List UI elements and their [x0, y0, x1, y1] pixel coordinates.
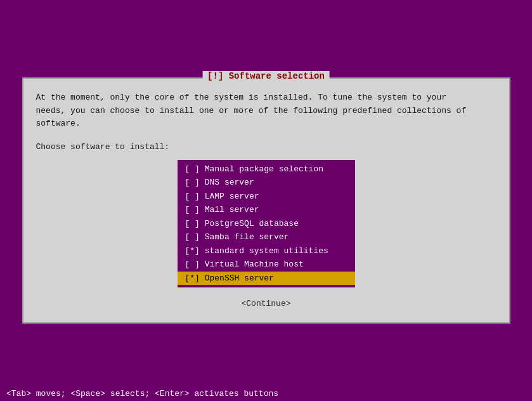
list-item-manual[interactable]: [ ] Manual package selection [178, 162, 355, 176]
list-item-mail[interactable]: [ ] Mail server [178, 203, 355, 217]
main-window: [!] Software selection At the moment, on… [0, 0, 532, 401]
dialog-title: [!] Software selection [202, 71, 330, 81]
continue-section: <Continue> [36, 298, 496, 310]
list-item-vmhost[interactable]: [ ] Virtual Machine host [178, 258, 355, 272]
list-item-standard[interactable]: [*] standard system utilities [178, 244, 355, 258]
list-item-samba[interactable]: [ ] Samba file server [178, 230, 355, 244]
list-item-lamp[interactable]: [ ] LAMP server [178, 190, 355, 204]
package-list-inner[interactable]: [ ] Manual package selection [ ] DNS ser… [178, 160, 355, 288]
package-list: [ ] Manual package selection [ ] DNS ser… [36, 160, 496, 288]
status-bar: <Tab> moves; <Space> selects; <Enter> ac… [0, 386, 532, 401]
list-item-openssh[interactable]: [*] OpenSSH server [178, 272, 355, 286]
list-item-postgresql[interactable]: [ ] PostgreSQL database [178, 217, 355, 231]
choose-label: Choose software to install: [36, 141, 496, 154]
description-line3: software. [36, 119, 81, 128]
status-bar-text: <Tab> moves; <Space> selects; <Enter> ac… [6, 389, 278, 398]
description-line2: needs, you can choose to install one or … [36, 106, 467, 115]
continue-button[interactable]: <Continue> [236, 298, 295, 310]
dialog-content: At the moment, only the core of the syst… [36, 91, 496, 310]
description-text: At the moment, only the core of the syst… [36, 91, 496, 131]
list-item-dns[interactable]: [ ] DNS server [178, 176, 355, 190]
software-selection-dialog: [!] Software selection At the moment, on… [22, 77, 510, 324]
description-line1: At the moment, only the core of the syst… [36, 93, 447, 102]
